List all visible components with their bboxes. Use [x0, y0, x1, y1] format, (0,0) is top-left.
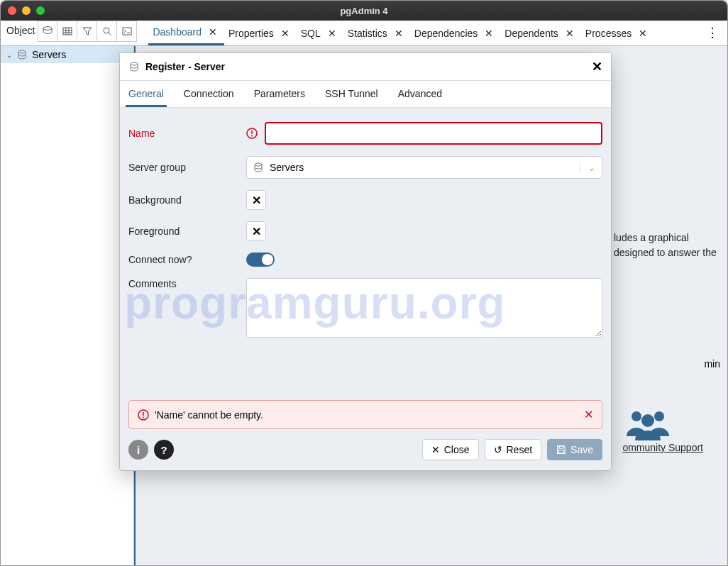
window-zoom-icon[interactable] — [36, 6, 45, 15]
dialog-footer: i ? ✕ Close ↺ Reset Save — [120, 432, 611, 470]
svg-line-7 — [109, 33, 111, 35]
dialog-tabs: General Connection Parameters SSH Tunnel… — [120, 81, 611, 108]
tab-dependents[interactable]: Dependents✕ — [500, 22, 581, 45]
dialog-close-icon[interactable]: ✕ — [592, 59, 602, 74]
object-explorer-label: Object — [1, 21, 38, 45]
tab-label: Dependents — [504, 28, 558, 39]
error-icon — [246, 128, 258, 139]
error-dismiss-icon[interactable]: ✕ — [584, 408, 593, 421]
tab-properties[interactable]: Properties✕ — [224, 22, 297, 45]
close-icon[interactable]: ✕ — [392, 28, 406, 39]
toolbar-search-icon[interactable] — [97, 21, 117, 42]
people-icon — [622, 406, 703, 442]
background-label: Background — [128, 194, 246, 206]
tab-label: Dependencies — [414, 28, 478, 39]
titlebar: pgAdmin 4 — [1, 1, 727, 21]
dialog-tab-ssh-tunnel[interactable]: SSH Tunnel — [322, 81, 381, 107]
tab-statistics[interactable]: Statistics✕ — [343, 22, 410, 45]
tab-sql[interactable]: SQL✕ — [297, 22, 343, 45]
server-group-value: Servers — [270, 162, 304, 173]
tab-label: Dashboard — [153, 26, 202, 38]
server-group-icon — [16, 49, 28, 60]
chevron-down-icon: ⌄ — [580, 162, 596, 173]
close-icon[interactable]: ✕ — [563, 28, 577, 39]
svg-point-9 — [18, 50, 26, 53]
name-input[interactable] — [265, 122, 602, 145]
svg-rect-1 — [63, 28, 72, 35]
community-support-link[interactable]: ommunity Support — [622, 442, 703, 453]
svg-point-13 — [131, 62, 138, 65]
background-clear-button[interactable]: ✕ — [246, 190, 266, 210]
window-close-icon[interactable] — [8, 6, 16, 15]
window-minimize-icon[interactable] — [22, 6, 31, 15]
dialog-body: Name Server group Servers ⌄ Background ✕… — [120, 108, 611, 394]
foreground-label: Foreground — [128, 226, 246, 237]
close-button[interactable]: ✕ Close — [422, 439, 479, 460]
comments-label: Comments — [128, 278, 246, 289]
dialog-tab-general[interactable]: General — [126, 81, 167, 107]
server-group-select[interactable]: Servers ⌄ — [246, 156, 602, 179]
svg-point-12 — [641, 414, 654, 427]
close-icon: ✕ — [431, 444, 440, 455]
close-icon[interactable]: ✕ — [636, 28, 650, 39]
reset-button-label: Reset — [507, 444, 533, 455]
name-label: Name — [128, 128, 246, 139]
close-icon[interactable]: ✕ — [278, 28, 292, 39]
close-icon[interactable]: ✕ — [325, 28, 339, 39]
register-server-dialog: Register - Server ✕ General Connection P… — [119, 52, 612, 471]
close-icon[interactable]: ✕ — [482, 28, 496, 39]
tab-label: Statistics — [348, 28, 387, 39]
tab-dashboard[interactable]: Dashboard✕ — [148, 21, 224, 45]
save-button[interactable]: Save — [547, 439, 602, 460]
error-icon — [138, 409, 149, 421]
svg-point-11 — [654, 411, 664, 421]
background-text: min — [704, 358, 720, 370]
tree-node-label: Servers — [32, 49, 66, 60]
save-button-label: Save — [570, 444, 593, 455]
chevron-down-icon: ⌄ — [6, 51, 12, 59]
tab-processes[interactable]: Processes✕ — [581, 22, 654, 45]
tab-label: Processes — [585, 28, 632, 39]
reset-icon: ↺ — [494, 444, 502, 455]
main-tabs: Dashboard✕ Properties✕ SQL✕ Statistics✕ … — [148, 21, 697, 45]
window-title: pgAdmin 4 — [340, 6, 387, 16]
foreground-clear-button[interactable]: ✕ — [246, 221, 266, 241]
help-button[interactable]: ? — [154, 440, 174, 460]
kebab-menu-icon[interactable]: ⋮ — [697, 21, 727, 45]
toolbar-filter-icon[interactable] — [77, 21, 97, 42]
object-tree-sidebar: ⌄ Servers — [1, 46, 134, 565]
svg-point-17 — [255, 163, 262, 166]
svg-point-6 — [104, 28, 109, 33]
tab-label: Properties — [228, 28, 274, 39]
comments-textarea[interactable] — [246, 278, 602, 338]
info-button[interactable]: i — [128, 440, 148, 460]
tree-node-servers[interactable]: ⌄ Servers — [1, 46, 133, 63]
server-group-icon — [253, 162, 264, 173]
background-text: ludes a graphical designed to answer the — [614, 231, 720, 260]
error-message: 'Name' cannot be empty. — [155, 409, 263, 421]
close-button-label: Close — [444, 444, 470, 455]
dialog-tab-parameters[interactable]: Parameters — [251, 81, 308, 107]
toolbar-psql-icon[interactable] — [117, 21, 137, 42]
connect-now-toggle[interactable] — [246, 253, 275, 267]
toolbar-query-tool-icon[interactable] — [38, 21, 57, 42]
dialog-header: Register - Server ✕ — [120, 53, 611, 81]
toolbar-view-data-icon[interactable] — [57, 21, 77, 42]
dialog-title: Register - Server — [145, 61, 225, 72]
top-toolbar: Object Dashboard✕ Properties✕ SQL✕ Stati… — [1, 21, 727, 46]
error-banner: 'Name' cannot be empty. ✕ — [128, 400, 602, 429]
reset-button[interactable]: ↺ Reset — [485, 439, 542, 460]
connect-now-label: Connect now? — [128, 254, 246, 265]
community-support-card[interactable]: ommunity Support — [622, 406, 703, 453]
svg-point-16 — [251, 135, 253, 137]
server-icon — [128, 61, 140, 72]
close-icon[interactable]: ✕ — [206, 26, 220, 38]
dialog-tab-advanced[interactable]: Advanced — [395, 81, 445, 107]
tab-label: SQL — [301, 28, 321, 39]
dialog-tab-connection[interactable]: Connection — [181, 81, 237, 107]
save-icon — [556, 445, 566, 455]
svg-point-10 — [632, 411, 641, 421]
tab-dependencies[interactable]: Dependencies✕ — [410, 22, 501, 45]
server-group-label: Server group — [128, 162, 246, 173]
svg-rect-8 — [123, 28, 131, 35]
